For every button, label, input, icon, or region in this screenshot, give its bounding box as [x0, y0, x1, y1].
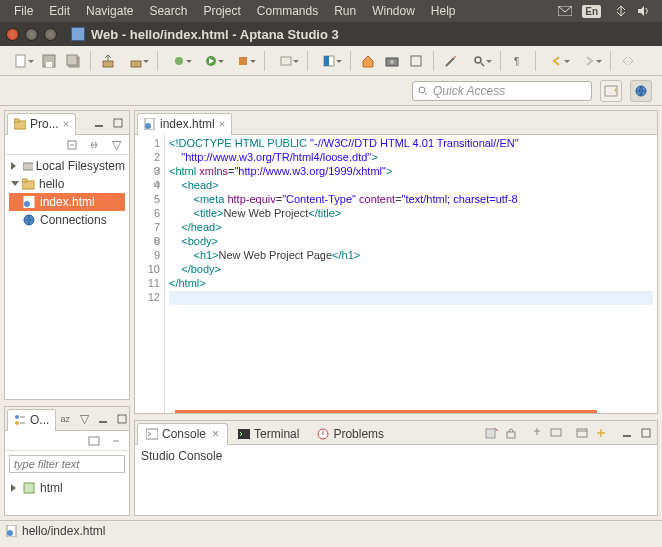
tree-local-filesystem[interactable]: Local Filesystem — [9, 157, 125, 175]
window-minimize-button[interactable] — [25, 28, 38, 41]
console-pin-button[interactable] — [528, 424, 546, 442]
mail-indicator[interactable] — [553, 6, 577, 16]
code-editor[interactable]: 123456789101112 <!DOCTYPE HTML PUBLIC "-… — [135, 135, 657, 413]
publish-button[interactable] — [97, 50, 119, 72]
close-icon[interactable]: × — [219, 118, 225, 130]
outline-filter-button[interactable] — [85, 432, 103, 450]
outline-tab[interactable]: O... — [7, 409, 56, 431]
publish-menu-button[interactable] — [121, 50, 151, 72]
ext-tools-button[interactable] — [228, 50, 258, 72]
outline-root-html[interactable]: html — [9, 479, 125, 497]
tree-file-index[interactable]: index.html — [9, 193, 125, 211]
os-menu-window[interactable]: Window — [364, 4, 423, 18]
problems-tab[interactable]: Problems — [309, 423, 392, 445]
wand-button[interactable] — [440, 50, 462, 72]
save-all-button[interactable] — [62, 50, 84, 72]
quickaccess-bar: Quick Access — [0, 76, 662, 106]
outline-icon — [14, 414, 26, 426]
os-menu-project[interactable]: Project — [195, 4, 248, 18]
svg-point-35 — [15, 415, 19, 419]
expand-icon[interactable] — [11, 484, 20, 492]
project-tree[interactable]: Local Filesystem hello index.html Connec… — [5, 155, 129, 231]
project-explorer-tab[interactable]: Pro... × — [7, 113, 76, 135]
os-menu-edit[interactable]: Edit — [41, 4, 78, 18]
minimize-pane-button[interactable] — [94, 410, 112, 428]
svg-rect-25 — [95, 125, 103, 127]
tree-project-hello[interactable]: hello — [9, 175, 125, 193]
code-area[interactable]: <!DOCTYPE HTML PUBLIC "-//W3C//DTD HTML … — [165, 135, 657, 413]
horizontal-scrollbar[interactable] — [175, 410, 597, 413]
svg-text:¶: ¶ — [514, 56, 519, 67]
console-display-button[interactable] — [547, 424, 565, 442]
view-menu-button[interactable]: ▽ — [107, 136, 125, 154]
status-path: hello/index.html — [22, 524, 105, 538]
save-button[interactable] — [38, 50, 60, 72]
console-icon — [146, 428, 158, 440]
quick-access-input[interactable]: Quick Access — [412, 81, 592, 101]
editor-tab-index[interactable]: index.html × — [137, 113, 232, 135]
window-maximize-button[interactable] — [44, 28, 57, 41]
line-gutter[interactable]: 123456789101112 — [135, 135, 165, 413]
collapse-all-button[interactable] — [63, 136, 81, 154]
sound-indicator[interactable] — [632, 5, 656, 17]
drive-icon — [23, 160, 33, 172]
os-menu-commands[interactable]: Commands — [249, 4, 326, 18]
perspective-web-button[interactable] — [630, 80, 652, 102]
forward-button[interactable] — [574, 50, 604, 72]
outline-collapse-button[interactable] — [107, 432, 125, 450]
console-output[interactable]: Studio Console — [135, 445, 657, 515]
project-explorer-pane: Pro... × ▽ Local Filesystem — [4, 110, 130, 400]
window-close-button[interactable] — [6, 28, 19, 41]
os-menu-run[interactable]: Run — [326, 4, 364, 18]
tree-connections[interactable]: Connections — [9, 211, 125, 229]
language-indicator[interactable]: En — [577, 5, 610, 18]
minimize-pane-button[interactable] — [618, 424, 636, 442]
console-clear-button[interactable] — [483, 424, 501, 442]
search-button[interactable] — [464, 50, 494, 72]
box-button[interactable] — [405, 50, 427, 72]
console-open-button[interactable] — [573, 424, 591, 442]
outline-pane: O... az ▽ html — [4, 406, 130, 516]
minimize-pane-button[interactable] — [90, 114, 108, 132]
new-button[interactable] — [6, 50, 36, 72]
maximize-pane-button[interactable] — [113, 410, 131, 428]
os-menu-search[interactable]: Search — [141, 4, 195, 18]
os-menubar: FileEditNavigateSearchProjectCommandsRun… — [0, 0, 662, 22]
problems-icon — [317, 428, 329, 440]
svg-rect-46 — [486, 429, 495, 438]
svg-rect-49 — [577, 429, 587, 437]
camera-button[interactable] — [381, 50, 403, 72]
bug-button[interactable] — [164, 50, 194, 72]
svg-point-20 — [419, 87, 425, 93]
network-indicator[interactable] — [610, 5, 632, 17]
link-editor-button[interactable] — [85, 136, 103, 154]
console-scroll-lock-button[interactable] — [502, 424, 520, 442]
os-menu-navigate[interactable]: Navigate — [78, 4, 141, 18]
show-whitespace-button[interactable]: ¶ — [507, 50, 529, 72]
close-icon[interactable]: × — [63, 118, 69, 130]
close-icon[interactable]: × — [212, 427, 219, 441]
perspective-open-button[interactable] — [600, 80, 622, 102]
console-new-button[interactable] — [592, 424, 610, 442]
collapse-button[interactable] — [617, 50, 639, 72]
os-menu-help[interactable]: Help — [423, 4, 464, 18]
maximize-pane-button[interactable] — [109, 114, 127, 132]
outline-menu-button[interactable]: ▽ — [75, 410, 93, 428]
expand-icon[interactable] — [11, 162, 20, 170]
home-button[interactable] — [357, 50, 379, 72]
outline-sort-button[interactable]: az — [56, 410, 74, 428]
console-tab[interactable]: Console × — [137, 423, 228, 445]
terminal-tab[interactable]: Terminal — [230, 423, 307, 445]
outline-filter-input[interactable] — [9, 455, 125, 473]
svg-rect-13 — [324, 56, 329, 66]
os-menu-file[interactable]: File — [6, 4, 41, 18]
svg-point-42 — [145, 123, 151, 129]
back-button[interactable] — [542, 50, 572, 72]
scripts-button[interactable] — [271, 50, 301, 72]
svg-rect-6 — [103, 61, 113, 67]
maximize-pane-button[interactable] — [637, 424, 655, 442]
run-button[interactable] — [196, 50, 226, 72]
status-bar: hello/index.html — [0, 520, 662, 540]
theme-button[interactable] — [314, 50, 344, 72]
collapse-icon[interactable] — [11, 181, 19, 190]
